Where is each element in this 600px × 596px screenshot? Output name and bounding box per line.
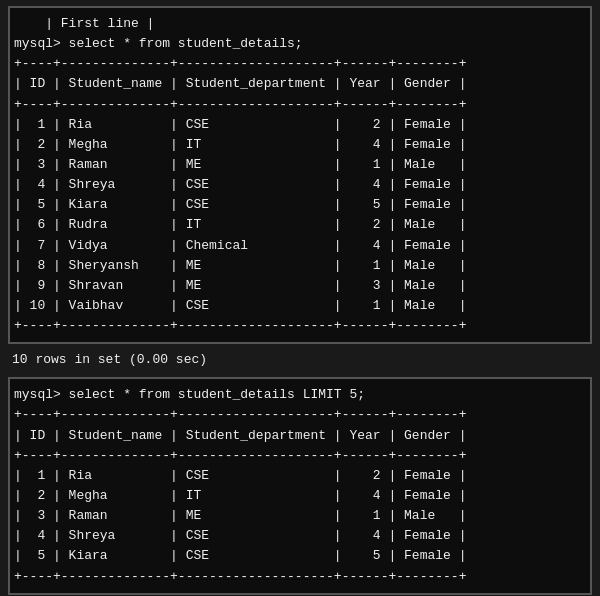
- table-row: | 1 | Ria | CSE | 2 | Female |: [14, 466, 586, 486]
- table-row: | 4 | Shreya | CSE | 4 | Female |: [14, 175, 586, 195]
- table-row: | 6 | Rudra | IT | 2 | Male |: [14, 215, 586, 235]
- table-row: | 7 | Vidya | Chemical | 4 | Female |: [14, 236, 586, 256]
- prompt-2: mysql> select * from student_details LIM…: [14, 385, 586, 405]
- table-row: | 1 | Ria | CSE | 2 | Female |: [14, 115, 586, 135]
- separator-top-1: +----+--------------+-------------------…: [14, 54, 586, 74]
- table-row: | 3 | Raman | ME | 1 | Male |: [14, 506, 586, 526]
- separator-bot-1: +----+--------------+-------------------…: [14, 316, 586, 336]
- table-row: | 4 | Shreya | CSE | 4 | Female |: [14, 526, 586, 546]
- terminal-block-2: mysql> select * from student_details LIM…: [8, 377, 592, 594]
- table-row: | 2 | Megha | IT | 4 | Female |: [14, 486, 586, 506]
- table-row: | 8 | Sheryansh | ME | 1 | Male |: [14, 256, 586, 276]
- table-row: | 3 | Raman | ME | 1 | Male |: [14, 155, 586, 175]
- clipped-top-text: | First line |: [14, 14, 586, 34]
- header-2: | ID | Student_name | Student_department…: [14, 426, 586, 446]
- table-row: | 5 | Kiara | CSE | 5 | Female |: [14, 546, 586, 566]
- prompt-1: mysql> select * from student_details;: [14, 34, 586, 54]
- rows-1: | 1 | Ria | CSE | 2 | Female | | 2 | Meg…: [14, 115, 586, 316]
- separator-mid-2: +----+--------------+-------------------…: [14, 446, 586, 466]
- header-1: | ID | Student_name | Student_department…: [14, 74, 586, 94]
- separator-mid-1: +----+--------------+-------------------…: [14, 95, 586, 115]
- table-row: | 10 | Vaibhav | CSE | 1 | Male |: [14, 296, 586, 316]
- table-row: | 9 | Shravan | ME | 3 | Male |: [14, 276, 586, 296]
- separator-top-2: +----+--------------+-------------------…: [14, 405, 586, 425]
- table-row: | 5 | Kiara | CSE | 5 | Female |: [14, 195, 586, 215]
- table-row: | 2 | Megha | IT | 4 | Female |: [14, 135, 586, 155]
- terminal-block-1: | First line | mysql> select * from stud…: [8, 6, 592, 344]
- terminal-container: | First line | mysql> select * from stud…: [0, 6, 600, 596]
- result-footer-1: 10 rows in set (0.00 sec): [0, 350, 600, 371]
- rows-2: | 1 | Ria | CSE | 2 | Female | | 2 | Meg…: [14, 466, 586, 567]
- separator-bot-2: +----+--------------+-------------------…: [14, 567, 586, 587]
